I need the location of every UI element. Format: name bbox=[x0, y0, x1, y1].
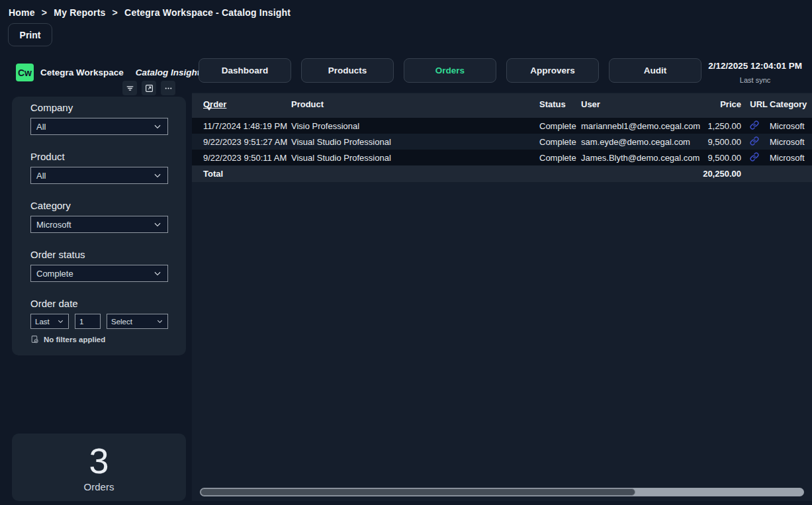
orders-page: Order Product Status User Price URL Cate… bbox=[192, 93, 812, 501]
cell-price: 9,500.00 bbox=[699, 137, 741, 147]
breadcrumb: Home > My Reports > Cetegra Workspace - … bbox=[9, 7, 291, 18]
product-filter-value: All bbox=[36, 171, 46, 181]
company-filter-label: Company bbox=[30, 102, 186, 113]
more-options-icon[interactable] bbox=[161, 81, 175, 95]
sort-descending-icon bbox=[206, 107, 212, 111]
orders-table-header: Order Product Status User Price URL Cate… bbox=[192, 93, 812, 115]
cell-status: Complete bbox=[538, 121, 580, 131]
tab-dashboard[interactable]: Dashboard bbox=[199, 58, 291, 83]
cell-product: Visual Studio Professional bbox=[291, 153, 538, 163]
order-status-filter-label: Order status bbox=[30, 249, 186, 260]
cell-product: Visual Studio Professional bbox=[291, 137, 538, 147]
filter-status-icon bbox=[30, 335, 39, 344]
category-filter-value: Microsoft bbox=[36, 220, 71, 230]
breadcrumb-separator: > bbox=[42, 7, 47, 18]
category-filter-label: Category bbox=[30, 200, 186, 211]
orders-kpi-label: Orders bbox=[84, 481, 114, 492]
total-label: Total bbox=[192, 169, 291, 179]
focus-mode-icon[interactable] bbox=[142, 81, 156, 95]
tab-products[interactable]: Products bbox=[301, 58, 394, 83]
report-tabs: Dashboard Products Orders Approvers Audi… bbox=[199, 58, 701, 83]
cell-category: Microsoft bbox=[768, 153, 812, 163]
column-header-status[interactable]: Status bbox=[538, 99, 580, 109]
chevron-down-icon bbox=[153, 220, 162, 229]
order-date-number-input[interactable] bbox=[75, 314, 101, 329]
chevron-down-icon bbox=[153, 171, 162, 180]
orders-kpi-card: 3 Orders bbox=[12, 434, 186, 501]
order-status-filter-select[interactable]: Complete bbox=[30, 265, 168, 282]
cell-user: mariannebl1@demo.cegal.com bbox=[580, 121, 699, 131]
cell-user: James.Blyth@demo.cegal.com bbox=[580, 153, 699, 163]
order-date-relative-select[interactable]: Last bbox=[30, 314, 69, 329]
link-icon[interactable] bbox=[750, 152, 759, 163]
total-price: 20,250.00 bbox=[699, 169, 741, 179]
orders-table: Order Product Status User Price URL Cate… bbox=[192, 93, 812, 182]
last-sync-timestamp: 2/12/2025 12:04:01 PM bbox=[708, 61, 802, 71]
cell-category: Microsoft bbox=[768, 137, 812, 147]
chevron-down-icon bbox=[153, 269, 162, 278]
cell-order: 9/22/2023 9:51:27 AM bbox=[192, 137, 291, 147]
cell-product: Visio Professional bbox=[291, 121, 538, 131]
filter-status-text: No filters applied bbox=[44, 336, 105, 344]
cell-user: sam.eyde@demo.cegal.com bbox=[580, 137, 699, 147]
column-header-category[interactable]: Category bbox=[768, 99, 812, 109]
company-filter-value: All bbox=[36, 122, 46, 132]
column-header-product[interactable]: Product bbox=[291, 99, 538, 109]
table-row[interactable]: 11/7/2024 1:48:19 PM Visio Professional … bbox=[192, 118, 812, 134]
column-header-url[interactable]: URL bbox=[741, 99, 768, 109]
report-title: Catalog Insight bbox=[136, 68, 201, 77]
order-date-relative-value: Last bbox=[35, 318, 50, 326]
table-row[interactable]: 9/22/2023 9:51:27 AM Visual Studio Profe… bbox=[192, 134, 812, 150]
chevron-down-icon bbox=[153, 122, 162, 131]
chevron-down-icon bbox=[57, 318, 64, 325]
orders-kpi-value: 3 bbox=[89, 442, 109, 480]
tab-orders[interactable]: Orders bbox=[404, 58, 496, 83]
catalog-insight-app: Home > My Reports > Cetegra Workspace - … bbox=[0, 0, 812, 505]
product-filter-select[interactable]: All bbox=[30, 167, 168, 184]
filter-icon[interactable] bbox=[122, 81, 137, 95]
scrollbar-thumb[interactable] bbox=[201, 488, 635, 496]
table-total-row: Total 20,250.00 bbox=[192, 165, 812, 181]
breadcrumb-current-report: Cetegra Workspace - Catalog Insight bbox=[124, 7, 291, 18]
cell-category: Microsoft bbox=[768, 121, 812, 131]
breadcrumb-separator: > bbox=[113, 7, 118, 18]
link-icon[interactable] bbox=[750, 136, 759, 148]
order-date-period-select[interactable]: Select bbox=[107, 314, 168, 329]
visual-header-toolbar bbox=[122, 81, 175, 95]
cell-price: 1,250.00 bbox=[699, 121, 741, 131]
workspace-name: Cetegra Workspace bbox=[40, 68, 124, 77]
column-header-order[interactable]: Order bbox=[192, 99, 291, 109]
filter-panel: Company All Product All Category Microso… bbox=[12, 97, 186, 355]
column-header-price[interactable]: Price bbox=[699, 99, 741, 109]
workspace-header: Cw Cetegra Workspace Catalog Insight bbox=[16, 64, 200, 81]
column-header-user[interactable]: User bbox=[580, 99, 699, 109]
last-sync-label: Last sync bbox=[708, 76, 802, 84]
link-icon[interactable] bbox=[750, 120, 759, 132]
table-row[interactable]: 9/22/2023 9:50:11 AM Visual Studio Profe… bbox=[192, 150, 812, 165]
horizontal-scrollbar[interactable] bbox=[200, 488, 804, 496]
cell-price: 9,500.00 bbox=[699, 153, 741, 163]
breadcrumb-home[interactable]: Home bbox=[9, 7, 35, 18]
workspace-logo: Cw bbox=[16, 64, 34, 81]
order-date-period-value: Select bbox=[111, 318, 132, 326]
order-status-filter-value: Complete bbox=[36, 269, 73, 279]
cell-status: Complete bbox=[538, 153, 580, 163]
cell-order: 9/22/2023 9:50:11 AM bbox=[192, 153, 291, 163]
last-sync: 2/12/2025 12:04:01 PM Last sync bbox=[708, 61, 802, 84]
product-filter-label: Product bbox=[30, 151, 186, 162]
order-date-filter-label: Order date bbox=[30, 298, 186, 309]
tab-approvers[interactable]: Approvers bbox=[506, 58, 599, 83]
tab-audit[interactable]: Audit bbox=[609, 58, 701, 83]
category-filter-select[interactable]: Microsoft bbox=[30, 216, 168, 233]
cell-status: Complete bbox=[538, 137, 580, 147]
chevron-down-icon bbox=[156, 318, 163, 325]
company-filter-select[interactable]: All bbox=[30, 118, 168, 135]
breadcrumb-my-reports[interactable]: My Reports bbox=[54, 7, 105, 18]
cell-order: 11/7/2024 1:48:19 PM bbox=[192, 121, 291, 131]
print-button[interactable]: Print bbox=[8, 23, 52, 46]
